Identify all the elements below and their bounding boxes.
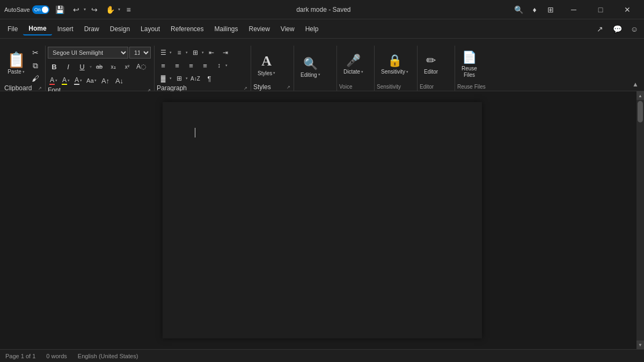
- scroll-track[interactable]: [636, 100, 644, 341]
- editing-label: Editing: [301, 72, 317, 78]
- align-right-button[interactable]: ≡: [185, 60, 197, 71]
- strikethrough-button[interactable]: ab: [93, 61, 106, 73]
- menu-view[interactable]: View: [275, 23, 300, 35]
- immersive-reader-button[interactable]: ☺: [627, 21, 642, 37]
- reuse-files-button[interactable]: 📄 ReuseFiles: [457, 47, 481, 82]
- dictate-arrow[interactable]: ▾: [361, 70, 363, 74]
- undo-group[interactable]: ↩ ▾: [69, 2, 86, 17]
- comments-button[interactable]: 💬: [610, 21, 625, 37]
- format-painter-button[interactable]: 🖌: [29, 73, 42, 84]
- editing-button[interactable]: 🔍 Editing ▾: [296, 50, 325, 84]
- undo-arrow[interactable]: ▾: [84, 7, 86, 12]
- styles-button[interactable]: Α Styles ▾: [253, 47, 280, 82]
- numbered-arrow[interactable]: ▾: [186, 50, 188, 55]
- menu-mailings[interactable]: Mailings: [209, 23, 243, 35]
- menu-home[interactable]: Home: [23, 23, 52, 35]
- align-center-button[interactable]: ≡: [171, 60, 184, 71]
- copy-button[interactable]: ⧉: [29, 60, 42, 71]
- scroll-down-button[interactable]: ▼: [636, 341, 644, 349]
- font-size-select[interactable]: 11: [129, 47, 151, 59]
- menu-help[interactable]: Help: [300, 23, 324, 35]
- sensitivity-arrow[interactable]: ▾: [406, 70, 408, 74]
- customize-qat[interactable]: ≡: [121, 2, 136, 17]
- multi-arrow[interactable]: ▾: [202, 50, 204, 55]
- multi-list-button[interactable]: ⊞: [189, 47, 202, 59]
- scroll-up-button[interactable]: ▲: [636, 91, 644, 100]
- justify-button[interactable]: ≡: [199, 60, 211, 71]
- undo-button[interactable]: ↩: [69, 2, 84, 17]
- grow-font-button[interactable]: A↑: [99, 75, 112, 86]
- line-spacing-button[interactable]: ↕: [213, 60, 225, 71]
- collapse-ribbon-button[interactable]: ▲: [629, 78, 642, 91]
- menu-design[interactable]: Design: [105, 23, 135, 35]
- shrink-font-button[interactable]: A↓: [113, 75, 126, 86]
- editing-arrow[interactable]: ▾: [318, 73, 320, 77]
- bold-button[interactable]: B: [48, 61, 61, 73]
- scrollbar[interactable]: ▲ ▼: [636, 91, 644, 349]
- align-left-button[interactable]: ≡: [157, 60, 170, 71]
- paragraph-label-row: Paragraph ↗: [157, 84, 247, 92]
- paragraph-expand[interactable]: ↗: [244, 86, 247, 91]
- search-button[interactable]: 🔍: [511, 2, 526, 17]
- highlight-arrow[interactable]: ▾: [68, 78, 70, 83]
- menu-layout[interactable]: Layout: [135, 23, 165, 35]
- restore-button[interactable]: ⊞: [543, 2, 558, 17]
- menu-file[interactable]: File: [2, 23, 23, 35]
- share-button[interactable]: ↗: [592, 21, 608, 37]
- highlight-button[interactable]: A ▾: [60, 76, 71, 85]
- sort-button[interactable]: A↕Z: [189, 73, 202, 84]
- numbered-list-button[interactable]: ≡: [173, 47, 186, 59]
- clear-format-button[interactable]: A◌: [135, 61, 148, 73]
- styles-arrow[interactable]: ▾: [273, 71, 275, 75]
- shading-arrow[interactable]: ▾: [170, 76, 172, 81]
- line-spacing-arrow[interactable]: ▾: [225, 63, 228, 68]
- diamond-button[interactable]: ♦: [527, 2, 542, 17]
- redo-button[interactable]: ↪: [87, 2, 102, 17]
- paste-arrow[interactable]: ▾: [23, 70, 25, 74]
- borders-arrow[interactable]: ▾: [186, 76, 188, 81]
- cut-button[interactable]: ✂: [29, 47, 42, 59]
- menu-review[interactable]: Review: [244, 23, 275, 35]
- text-case-button[interactable]: Aa ▾: [85, 77, 98, 84]
- font-name-select[interactable]: Segoe UI Semilight: [48, 47, 128, 59]
- paste-button[interactable]: 📋 Paste ▾: [4, 46, 28, 80]
- voice-content: 🎤 Dictate ▾: [339, 46, 368, 83]
- menu-draw[interactable]: Draw: [79, 23, 105, 35]
- sensitivity-button[interactable]: 🔒 Sensitivity ▾: [377, 47, 413, 82]
- font-color-button[interactable]: A ▾: [48, 76, 59, 85]
- subscript-button[interactable]: x₂: [107, 61, 120, 73]
- font-format-row: B I U ▾ ab x₂ x² A◌: [48, 61, 148, 73]
- menu-references[interactable]: References: [165, 23, 209, 35]
- italic-button[interactable]: I: [62, 61, 75, 73]
- maximize-button[interactable]: □: [588, 0, 613, 19]
- dictate-button[interactable]: 🎤 Dictate ▾: [339, 47, 368, 82]
- pilcrow-button[interactable]: ¶: [203, 73, 216, 84]
- text-color-arrow[interactable]: ▾: [80, 78, 82, 83]
- styles-icon: Α: [261, 53, 272, 69]
- touch-arrow[interactable]: ▾: [118, 7, 120, 12]
- clipboard-expand[interactable]: ↗: [38, 86, 42, 91]
- text-color-button[interactable]: A ▾: [72, 76, 84, 85]
- font-color-arrow[interactable]: ▾: [55, 78, 57, 83]
- shading-button[interactable]: ▓: [157, 73, 170, 84]
- editor-button[interactable]: ✏ Editor: [420, 47, 442, 82]
- touch-button[interactable]: ✋: [103, 2, 118, 17]
- outdent-button[interactable]: ⇤: [205, 47, 218, 59]
- indent-button[interactable]: ⇥: [219, 47, 232, 59]
- bullet-arrow[interactable]: ▾: [170, 50, 172, 55]
- superscript-button[interactable]: x²: [121, 61, 134, 73]
- document-page[interactable]: [163, 102, 482, 338]
- save-button[interactable]: 💾: [53, 2, 68, 17]
- editing-group-label-row: [296, 89, 333, 91]
- bullet-list-button[interactable]: ☰: [157, 47, 170, 59]
- styles-expand[interactable]: ↗: [287, 85, 290, 90]
- autosave-toggle[interactable]: On: [32, 5, 49, 14]
- text-case-arrow[interactable]: ▾: [94, 78, 97, 83]
- minimize-button[interactable]: ─: [561, 0, 586, 19]
- close-button[interactable]: ✕: [615, 0, 640, 19]
- touch-group[interactable]: ✋ ▾: [103, 2, 120, 17]
- borders-button[interactable]: ⊞: [173, 73, 186, 84]
- menu-insert[interactable]: Insert: [52, 23, 79, 35]
- underline-button[interactable]: U: [76, 61, 89, 73]
- scroll-thumb[interactable]: [638, 101, 643, 122]
